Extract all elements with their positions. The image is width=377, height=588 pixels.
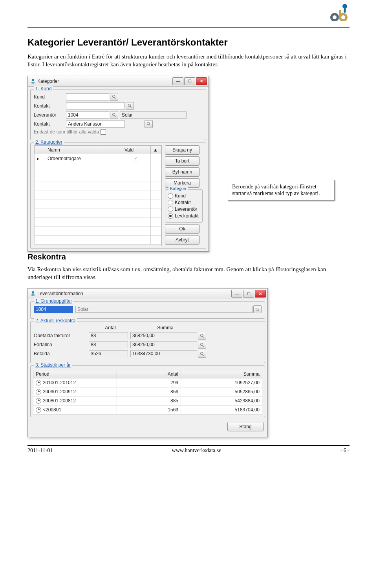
ta-bort-button[interactable]: Ta bort — [165, 156, 199, 166]
radio-levkontakt[interactable]: Lev.kontakt — [168, 213, 200, 219]
stang-button[interactable]: Stäng — [227, 422, 264, 431]
svg-point-6 — [112, 113, 115, 115]
cell-summa: 1092527,00 — [181, 378, 262, 387]
group-kategori-type: Kategori — [168, 186, 188, 191]
window-leverantorinfo: Leverantörinformation — ☐ ✕ 1. Grunduppg… — [27, 288, 268, 437]
table-row[interactable]: 200801-2008128855423884,00 — [33, 396, 262, 405]
row-lookup-button[interactable] — [198, 341, 206, 349]
grund-lookup-button[interactable] — [253, 305, 262, 313]
svg-line-9 — [149, 124, 150, 126]
close-button[interactable]: ✕ — [196, 77, 207, 85]
paragraph-reskontra: Via Reskontra kan viss statistik utläsas… — [27, 265, 350, 281]
grund-id[interactable]: 1004 — [34, 306, 73, 313]
label-leverantor: Leverantör — [34, 112, 66, 118]
kund-input[interactable] — [66, 93, 109, 100]
grund-name: Solar — [75, 306, 253, 313]
row-lookup-button[interactable] — [198, 350, 206, 358]
cell-antal: 299 — [117, 378, 181, 387]
cell-antal: 856 — [117, 387, 181, 396]
header-summa: Summa — [132, 325, 199, 331]
cell-antal: 885 — [117, 396, 181, 405]
window-kategorier: Kategorier — ☐ ✕ 1. Kund Kund — [27, 76, 209, 252]
endast-checkbox[interactable] — [101, 129, 106, 135]
leverantor-input[interactable]: 1004 — [66, 111, 109, 119]
reskontra-row: Betalda352616384730,00 — [34, 350, 262, 358]
cell-summa: 5183704,00 — [181, 405, 262, 415]
maximize-button[interactable]: ☐ — [243, 290, 254, 298]
app-icon — [30, 291, 36, 296]
row-checkbox[interactable]: ✓ — [133, 156, 138, 161]
header-antal: Antal — [89, 325, 132, 331]
row-summa: 368250,00 — [130, 332, 197, 339]
group-grunduppgifter: 1. Grunduppgifter — [34, 298, 73, 304]
leverantor-name: Solar — [120, 111, 187, 119]
radio-leverantor[interactable]: Leverantör — [168, 206, 200, 212]
row-lookup-button[interactable] — [198, 332, 206, 340]
svg-point-14 — [200, 334, 203, 336]
footer-url: www.hantverksdata.se — [172, 447, 221, 454]
label-kontakt1: Kontakt — [34, 103, 66, 109]
svg-line-15 — [203, 336, 204, 338]
svg-point-10 — [32, 291, 34, 294]
svg-line-3 — [115, 97, 116, 99]
radio-kund[interactable]: Kund — [168, 193, 200, 199]
byt-namn-button[interactable]: Byt namn — [165, 167, 199, 177]
close-button[interactable]: ✕ — [255, 290, 266, 298]
table-row[interactable]: <20080115695183704,00 — [33, 405, 262, 415]
label-kund: Kund — [34, 94, 66, 100]
leverantor-lookup-button[interactable] — [110, 111, 118, 119]
svg-point-0 — [32, 79, 34, 81]
svg-rect-1 — [31, 82, 35, 84]
ok-button[interactable]: Ok — [165, 224, 199, 234]
section-heading-kategorier: Kategorier Leverantör/ Leverantörskontak… — [27, 37, 350, 48]
svg-line-5 — [130, 106, 132, 108]
col-vald[interactable]: Vald — [122, 146, 151, 154]
skapa-ny-button[interactable]: Skapa ny — [165, 145, 199, 155]
row-summa: 368250,00 — [130, 341, 197, 348]
clock-icon — [36, 389, 41, 394]
col-period[interactable]: Period — [33, 370, 117, 378]
kategorier-table[interactable]: Namn Vald ▲ ▸ Ordermottagare ✓ — [34, 146, 161, 245]
maximize-button[interactable]: ☐ — [184, 77, 195, 85]
lev-kontakt-input[interactable]: Anders Karlsson — [66, 121, 125, 128]
avbryt-button[interactable]: Avbryt — [165, 235, 199, 245]
paragraph-intro: Kategorier är en funktion i Entré för at… — [27, 53, 350, 69]
table-row[interactable]: 200901-2009128565052865,00 — [33, 387, 262, 396]
col-namn[interactable]: Namn — [45, 146, 122, 154]
kund-lookup-button[interactable] — [110, 93, 118, 101]
clock-icon — [36, 380, 41, 385]
cell-period: 201001-201012 — [33, 378, 117, 387]
minimize-button[interactable]: — — [172, 77, 183, 85]
kund-kontakt-lookup-button[interactable] — [126, 102, 134, 110]
svg-line-19 — [203, 354, 204, 356]
cell-antal: 1569 — [117, 405, 181, 415]
callout-connector — [203, 193, 228, 193]
svg-point-16 — [200, 343, 203, 345]
section-heading-reskontra: Reskontra — [27, 252, 350, 261]
reskontra-row: Obetalda fakturor83368250,00 — [34, 332, 262, 340]
row-antal: 83 — [89, 341, 128, 348]
label-endast: Endast de som tillhör alla valda — [34, 129, 101, 135]
cell-summa: 5052865,00 — [181, 387, 262, 396]
svg-line-13 — [258, 310, 259, 311]
table-row[interactable]: 201001-2010122991092527,00 — [33, 378, 262, 387]
cell-period: 200801-200812 — [33, 396, 117, 405]
kund-kontakt-input[interactable] — [66, 102, 125, 110]
table-row[interactable]: ▸ Ordermottagare ✓ — [35, 154, 161, 163]
group-kategorier-label: 2. Kategorier — [34, 139, 64, 145]
statistik-table[interactable]: Period Antal Summa 201001-20101229910925… — [33, 370, 262, 415]
window-title: Kategorier — [37, 79, 59, 84]
svg-point-18 — [200, 352, 203, 354]
group-aktuell-reskontra: 2. Aktuell reskontra — [34, 318, 77, 323]
svg-point-12 — [256, 308, 258, 310]
col-summa[interactable]: Summa — [181, 370, 262, 378]
col-antal[interactable]: Antal — [117, 370, 181, 378]
minimize-button[interactable]: — — [231, 290, 242, 298]
row-antal: 83 — [89, 332, 128, 339]
callout-box: Beroende på varifrån kategori-fönstret s… — [228, 180, 335, 201]
radio-kontakt[interactable]: Kontakt — [168, 200, 200, 205]
svg-rect-11 — [31, 294, 35, 296]
cell-summa: 5423884,00 — [181, 396, 262, 405]
lev-kontakt-lookup-button[interactable] — [145, 120, 153, 128]
app-icon — [30, 79, 36, 84]
